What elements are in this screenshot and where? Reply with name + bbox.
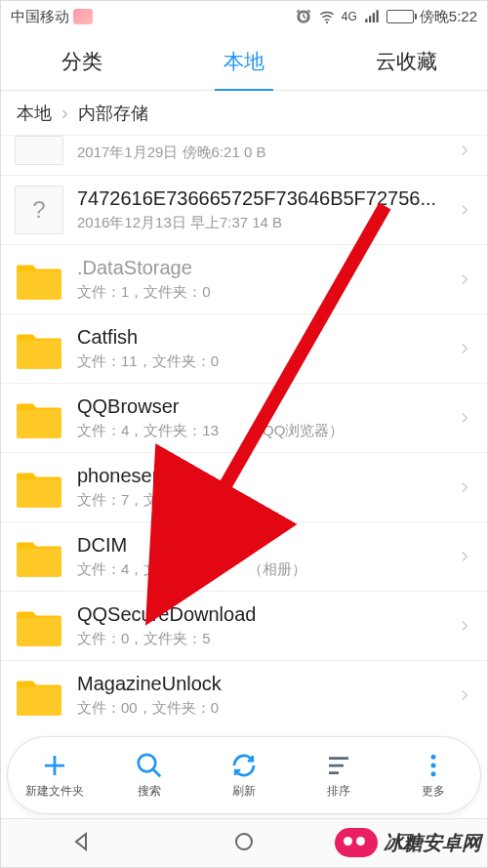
system-navbar [1,818,487,867]
more-label: 更多 [422,783,445,800]
circle-home-icon [232,830,256,853]
list-item[interactable]: ? 7472616E736665725F73646B5F72756... 201… [1,176,487,245]
nav-home-button[interactable] [232,830,256,857]
chevron-right-icon [456,686,473,704]
sort-button[interactable]: 排序 [291,751,386,800]
file-list[interactable]: 2017年1月29日 傍晚6:21 0 B ? 7472616E73666572… [1,136,487,732]
list-item[interactable]: MagazineUnlock 文件：00，文件夹：0 [1,661,487,729]
nav-back-button[interactable] [70,830,94,857]
svg-rect-1 [365,19,367,22]
svg-point-5 [139,755,156,772]
list-item[interactable]: QQSecureDownload 文件：0，文件夹：5 [1,592,487,661]
svg-point-0 [326,21,328,23]
signal-icon [363,8,381,25]
tab-category[interactable]: 分类 [1,32,163,90]
breadcrumb[interactable]: 本地 › 内部存储 [1,91,487,136]
chevron-right-icon [456,548,473,565]
folder-icon [15,671,63,720]
svg-rect-10 [399,835,413,848]
triangle-back-icon [70,830,94,853]
svg-point-9 [236,834,252,849]
alarm-icon [295,8,312,25]
svg-rect-3 [373,13,375,22]
list-item[interactable]: phoneservice 文件：7，文件夹：0 [1,453,487,522]
refresh-label: 刷新 [232,783,256,800]
folder-icon [15,532,63,581]
chevron-right-icon [456,142,473,159]
svg-point-6 [430,755,435,760]
refresh-icon [229,751,259,780]
battery-icon [386,10,414,23]
tab-local[interactable]: 本地 [163,32,325,90]
list-item[interactable]: Catfish 文件：11，文件夹：0 [1,314,487,384]
breadcrumb-path[interactable]: 内部存储 [78,102,148,125]
search-button[interactable]: 搜索 [102,751,197,800]
list-item[interactable]: .DataStorage 文件：1，文件夹：0 [1,245,487,314]
item-name: QQBrowser [77,395,442,418]
item-name: DCIM [77,534,442,557]
more-button[interactable]: 更多 [386,751,480,800]
item-meta: 2017年1月29日 傍晚6:21 0 B [77,144,442,162]
svg-rect-2 [369,16,371,22]
top-tabs: 分类 本地 云收藏 [1,32,487,91]
chevron-right-icon [456,201,473,219]
item-name: 7472616E736665725F73646B5F72756... [77,187,442,210]
carrier-icon [73,9,93,24]
search-label: 搜索 [138,783,161,800]
chevron-right-icon [456,270,473,288]
status-bar: 中国移动 4G 傍晚5:22 [1,1,487,32]
item-name: phoneservice [77,465,442,487]
signal-type: 4G [342,10,357,23]
carrier: 中国移动 [11,8,69,26]
item-meta: 文件：0，文件夹：5 [77,630,442,648]
list-item[interactable]: QQBrowser 文件：4，文件夹：13 （QQ浏览器） [1,384,487,453]
item-meta: 文件：4，文件夹：13 （QQ浏览器） [77,422,442,440]
chevron-right-icon [456,409,473,427]
sort-icon [324,751,353,780]
item-meta: 文件：4，文件夹：10 （相册） [77,560,442,579]
nav-recent-button[interactable] [394,830,418,857]
folder-icon [15,463,63,512]
folder-icon [15,393,63,442]
list-item[interactable]: 2017年1月29日 傍晚6:21 0 B [1,136,487,176]
clock: 傍晚5:22 [420,8,477,26]
new-folder-button[interactable]: 新建文件夹 [8,751,102,800]
svg-point-8 [430,771,435,776]
wifi-icon [318,8,336,25]
item-meta: 文件：00，文件夹：0 [77,699,442,718]
tab-cloud[interactable]: 云收藏 [325,32,487,90]
breadcrumb-root[interactable]: 本地 [17,102,52,125]
item-name: .DataStorage [77,257,442,279]
item-name: QQSecureDownload [77,603,442,626]
list-item-dcim[interactable]: DCIM 文件：4，文件夹：10 （相册） [1,522,487,592]
item-meta: 文件：1，文件夹：0 [77,283,442,302]
more-icon [419,751,448,780]
chevron-right-icon [456,478,473,496]
item-meta: 文件：7，文件夹：0 [77,491,442,510]
unknown-file-icon: ? [15,186,63,234]
svg-point-7 [430,764,435,768]
chevron-right-icon: › [61,102,68,124]
chevron-right-icon [456,340,473,357]
plus-icon [40,751,69,780]
folder-icon [15,324,63,373]
new-folder-label: 新建文件夹 [25,783,84,800]
square-recent-icon [394,830,418,853]
file-icon [15,136,63,165]
item-meta: 2016年12月13日 早上7:37 14 B [77,214,442,232]
chevron-right-icon [456,617,473,635]
search-icon [135,751,164,780]
item-name: MagazineUnlock [77,673,442,695]
bottom-toolbar: 新建文件夹 搜索 刷新 排序 更多 [7,736,481,814]
sort-label: 排序 [327,783,350,800]
folder-icon [15,601,63,650]
item-meta: 文件：11，文件夹：0 [77,352,442,371]
svg-rect-4 [376,10,378,22]
refresh-button[interactable]: 刷新 [197,751,292,800]
folder-icon [15,255,63,304]
item-name: Catfish [77,326,442,349]
